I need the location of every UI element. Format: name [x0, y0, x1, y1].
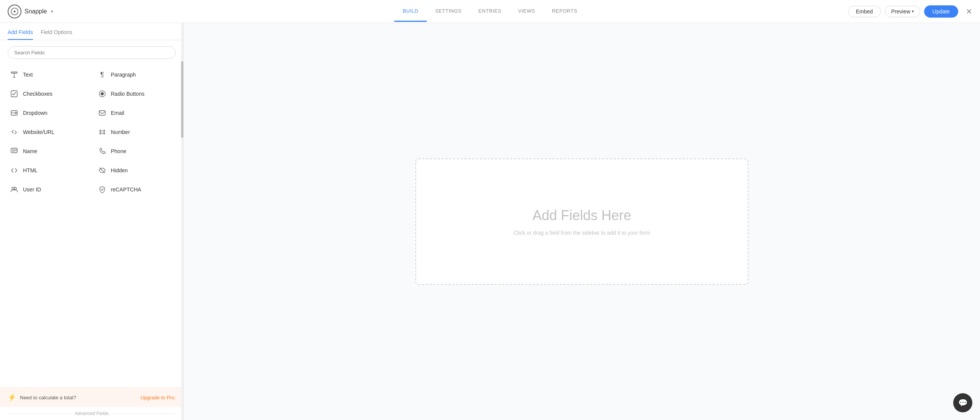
field-item-radio[interactable]: Radio Buttons [92, 84, 180, 103]
html-icon [10, 166, 18, 175]
paragraph-icon: ¶ [98, 70, 106, 79]
tab-settings[interactable]: SETTINGS [427, 1, 470, 22]
field-item-phone[interactable]: Phone [92, 142, 180, 161]
field-item-recaptcha[interactable]: reCAPTCHA [92, 180, 180, 199]
chat-icon: 💬 [958, 398, 968, 407]
sidebar-tabs: Add Fields Field Options [0, 23, 183, 40]
tab-entries[interactable]: ENTRIES [470, 1, 510, 22]
field-label-website: Website/URL [23, 129, 54, 135]
tab-field-options[interactable]: Field Options [41, 29, 72, 40]
search-input[interactable] [8, 46, 176, 59]
app-chevron: ▾ [51, 9, 53, 14]
scrollbar-thumb[interactable] [181, 61, 183, 138]
field-item-website[interactable]: Website/URL [4, 123, 92, 142]
field-item-checkboxes[interactable]: Checkboxes [4, 84, 92, 103]
userid-icon [10, 185, 18, 194]
radio-icon [98, 90, 106, 98]
fields-list: Text ¶ Paragraph Checkboxes [0, 65, 183, 387]
app-name: Snapple [24, 8, 47, 15]
recaptcha-icon [98, 185, 106, 194]
hidden-icon [98, 166, 106, 175]
update-button[interactable]: Update [924, 5, 958, 18]
field-label-name: Name [23, 148, 37, 154]
name-icon [10, 147, 18, 155]
field-item-text[interactable]: Text [4, 65, 92, 84]
drop-zone-title: Add Fields Here [532, 208, 631, 224]
logo-area[interactable]: Snapple ▾ [8, 5, 53, 18]
svg-rect-9 [99, 111, 105, 115]
field-label-phone: Phone [111, 148, 126, 154]
field-item-name[interactable]: Name [4, 142, 92, 161]
website-icon [10, 128, 18, 136]
dropdown-icon [10, 109, 18, 117]
search-area [0, 40, 183, 65]
field-label-html: HTML [23, 167, 38, 173]
field-item-html[interactable]: HTML [4, 161, 92, 180]
nav-tabs: BUILD SETTINGS ENTRIES VIEWS REPORTS [394, 1, 586, 22]
advanced-label: Advanced Fields [75, 411, 109, 416]
email-icon [98, 109, 106, 117]
content-area: Add Fields Here Click or drag a field fr… [184, 23, 980, 420]
phone-icon [98, 147, 106, 155]
preview-chevron-icon: ▾ [912, 9, 914, 13]
scrollbar-track[interactable] [181, 23, 183, 420]
chat-bubble[interactable]: 💬 [953, 393, 972, 412]
field-item-paragraph[interactable]: ¶ Paragraph [92, 65, 180, 84]
upgrade-text: Need to calculate a total? [20, 395, 137, 400]
drop-zone[interactable]: Add Fields Here Click or drag a field fr… [415, 159, 748, 285]
advanced-section: Advanced Fields [0, 407, 183, 420]
upgrade-link[interactable]: Upgrade to Pro. [140, 395, 176, 400]
close-button[interactable]: ✕ [966, 7, 972, 16]
upgrade-icon: ⚡ [8, 393, 16, 402]
svg-point-6 [101, 92, 104, 95]
number-icon [98, 128, 106, 136]
tab-add-fields[interactable]: Add Fields [8, 29, 33, 40]
logo-icon [8, 5, 21, 18]
fields-grid: Text ¶ Paragraph Checkboxes [4, 65, 180, 199]
preview-button[interactable]: Preview ▾ [885, 6, 920, 17]
svg-point-20 [14, 187, 16, 190]
tab-reports[interactable]: REPORTS [544, 1, 586, 22]
header-actions: Embed Preview ▾ Update ✕ [848, 5, 972, 18]
header: Snapple ▾ BUILD SETTINGS ENTRIES VIEWS R… [0, 0, 980, 23]
svg-point-15 [13, 150, 15, 152]
tab-build[interactable]: BUILD [394, 1, 427, 22]
field-label-recaptcha: reCAPTCHA [111, 186, 141, 193]
field-label-paragraph: Paragraph [111, 72, 136, 78]
svg-line-18 [100, 168, 105, 173]
field-label-checkboxes: Checkboxes [23, 91, 52, 97]
field-label-email: Email [111, 110, 124, 116]
field-label-text: Text [23, 72, 33, 78]
main-layout: Add Fields Field Options Text [0, 23, 980, 420]
field-label-number: Number [111, 129, 130, 135]
tab-views[interactable]: VIEWS [510, 1, 544, 22]
sidebar: Add Fields Field Options Text [0, 23, 184, 420]
field-label-userid: User ID [23, 186, 41, 193]
field-label-hidden: Hidden [111, 167, 128, 173]
drop-zone-subtitle: Click or drag a field from the sidebar t… [513, 230, 650, 236]
text-icon [10, 70, 18, 79]
upgrade-banner: ⚡ Need to calculate a total? Upgrade to … [0, 387, 183, 407]
field-item-email[interactable]: Email [92, 103, 180, 123]
embed-button[interactable]: Embed [848, 6, 881, 17]
field-label-radio: Radio Buttons [111, 91, 145, 97]
svg-point-19 [12, 187, 14, 190]
field-item-dropdown[interactable]: Dropdown [4, 103, 92, 123]
field-item-hidden[interactable]: Hidden [92, 161, 180, 180]
field-label-dropdown: Dropdown [23, 110, 47, 116]
checkboxes-icon [10, 90, 18, 98]
field-item-userid[interactable]: User ID [4, 180, 92, 199]
svg-rect-1 [11, 72, 17, 73]
field-item-number[interactable]: Number [92, 123, 180, 142]
